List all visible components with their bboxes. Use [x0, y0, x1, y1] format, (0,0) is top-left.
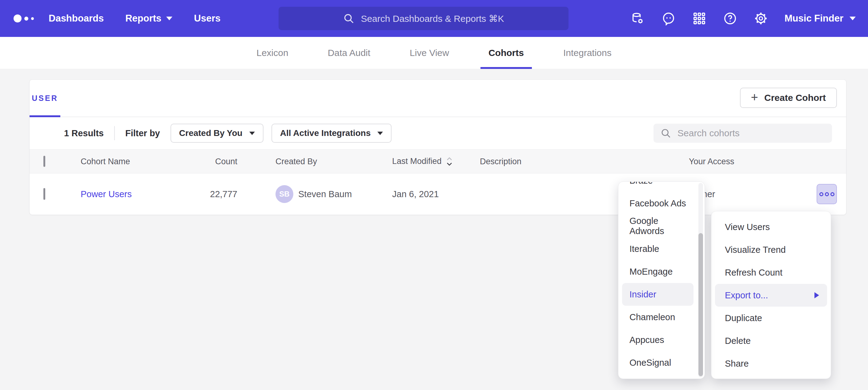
col-header-your-access: Your Access: [689, 157, 735, 166]
filter-by-label: Filter by: [125, 128, 160, 138]
export-option-chameleon[interactable]: Chameleon: [622, 306, 693, 328]
cohorts-page: Dashboards Reports Users Search Dashboar…: [0, 0, 868, 390]
filter-toolbar: 1 Results Filter by Created By You All A…: [30, 117, 846, 149]
export-option-braze[interactable]: Braze: [622, 182, 693, 192]
menu-item-export-to[interactable]: Export to...: [715, 284, 827, 307]
create-cohort-button[interactable]: + Create Cohort: [740, 88, 837, 108]
project-name: Music Finder: [784, 13, 843, 24]
global-search-placeholder: Search Dashboards & Reports ⌘K: [361, 13, 504, 24]
chevron-down-icon: [166, 17, 173, 20]
export-option-insider[interactable]: Insider: [622, 283, 693, 306]
divider: [114, 126, 115, 140]
export-option-onesignal[interactable]: OneSignal: [622, 351, 693, 374]
apps-grid-icon[interactable]: [692, 11, 706, 26]
nav-item-users[interactable]: Users: [194, 13, 220, 24]
cohort-type-tabs: USER + Create Cohort: [30, 80, 846, 117]
submenu-scrollbar-thumb[interactable]: [699, 233, 703, 376]
created-by-name: Steven Baum: [298, 189, 352, 199]
settings-gear-icon[interactable]: [754, 11, 768, 26]
export-option-moengage[interactable]: MoEngage: [622, 260, 693, 283]
export-option-facebook-ads[interactable]: Facebook Ads: [622, 192, 693, 215]
cohorts-card: USER + Create Cohort 1 Results Filter by…: [29, 79, 846, 215]
chevron-down-icon: [377, 132, 383, 135]
global-search-input[interactable]: Search Dashboards & Reports ⌘K: [279, 7, 568, 30]
row-context-menu: View Users Visualize Trend Refresh Count…: [711, 211, 831, 379]
tab-user-cohorts[interactable]: USER: [30, 80, 60, 117]
tab-data-audit[interactable]: Data Audit: [320, 37, 378, 69]
last-modified-cell: Jan 6, 2021: [392, 189, 439, 199]
created-by-filter-dropdown[interactable]: Created By You: [170, 124, 264, 143]
dot-icon: [819, 192, 824, 196]
col-header-cohort-name: Cohort Name: [81, 157, 130, 166]
dot-icon: [825, 192, 829, 196]
help-icon[interactable]: [723, 11, 737, 26]
row-checkbox[interactable]: [43, 188, 45, 200]
sort-icon: [446, 156, 453, 167]
submenu-scrollbar-track[interactable]: [699, 183, 703, 378]
nav-item-label: Dashboards: [49, 13, 104, 24]
export-option-iterable[interactable]: Iterable: [622, 237, 693, 260]
nav-item-reports[interactable]: Reports: [125, 13, 173, 24]
menu-item-refresh-count[interactable]: Refresh Count: [715, 261, 827, 284]
tab-integrations[interactable]: Integrations: [555, 37, 620, 69]
primary-nav: Dashboards Reports Users: [49, 0, 221, 37]
results-count: 1 Results: [64, 128, 104, 138]
chevron-down-icon: [849, 17, 856, 20]
col-header-created-by: Created By: [276, 157, 317, 166]
tab-lexicon[interactable]: Lexicon: [248, 37, 296, 69]
created-by-cell: SB Steven Baum: [276, 185, 352, 203]
submenu-arrow-icon: [814, 292, 819, 298]
dot-icon: [831, 192, 834, 196]
export-option-google-adwords[interactable]: Google Adwords: [622, 215, 693, 237]
feedback-bubble-icon[interactable]: [661, 11, 676, 26]
menu-item-visualize-trend[interactable]: Visualize Trend: [715, 238, 827, 261]
table-header: Cohort Name Count Created By Last Modifi…: [30, 149, 846, 173]
col-header-description: Description: [480, 157, 521, 166]
cohort-name-link[interactable]: Power Users: [81, 189, 132, 199]
nav-item-dashboards[interactable]: Dashboards: [49, 13, 104, 24]
navbar-right: Music Finder: [631, 0, 856, 37]
search-icon: [660, 128, 671, 139]
menu-item-view-users[interactable]: View Users: [715, 216, 827, 238]
col-header-last-modified[interactable]: Last Modified: [392, 156, 453, 167]
col-header-count: Count: [169, 157, 237, 166]
export-option-appcues[interactable]: Appcues: [622, 328, 693, 351]
export-options-list: Braze Facebook Ads Google Adwords Iterab…: [618, 182, 696, 374]
integrations-filter-dropdown[interactable]: All Active Integrations: [272, 124, 392, 143]
avatar: SB: [276, 185, 293, 203]
menu-item-duplicate[interactable]: Duplicate: [715, 307, 827, 329]
plus-icon: +: [751, 91, 758, 103]
cohort-search-input[interactable]: [677, 128, 825, 139]
menu-item-share[interactable]: Share: [715, 352, 827, 375]
nav-item-label: Reports: [125, 13, 161, 24]
tab-live-view[interactable]: Live View: [402, 37, 457, 69]
menu-item-delete[interactable]: Delete: [715, 329, 827, 352]
select-all-checkbox[interactable]: [43, 156, 45, 167]
row-more-actions-button[interactable]: [816, 184, 837, 204]
tab-cohorts[interactable]: Cohorts: [480, 37, 532, 69]
project-switcher[interactable]: Music Finder: [784, 13, 856, 24]
cohort-search-box: [653, 124, 832, 143]
table-row: Power Users 22,777 SB Steven Baum Jan 6,…: [30, 173, 846, 215]
export-to-submenu: Braze Facebook Ads Google Adwords Iterab…: [618, 182, 705, 379]
top-navbar: Dashboards Reports Users Search Dashboar…: [0, 0, 868, 37]
database-gear-icon[interactable]: [631, 11, 645, 26]
mixpanel-logo-icon[interactable]: [13, 0, 34, 37]
section-tabbar: Lexicon Data Audit Live View Cohorts Int…: [0, 37, 868, 69]
nav-item-label: Users: [194, 13, 220, 24]
chevron-down-icon: [249, 132, 255, 135]
cohort-count: 22,777: [169, 189, 237, 199]
search-icon: [343, 12, 354, 24]
